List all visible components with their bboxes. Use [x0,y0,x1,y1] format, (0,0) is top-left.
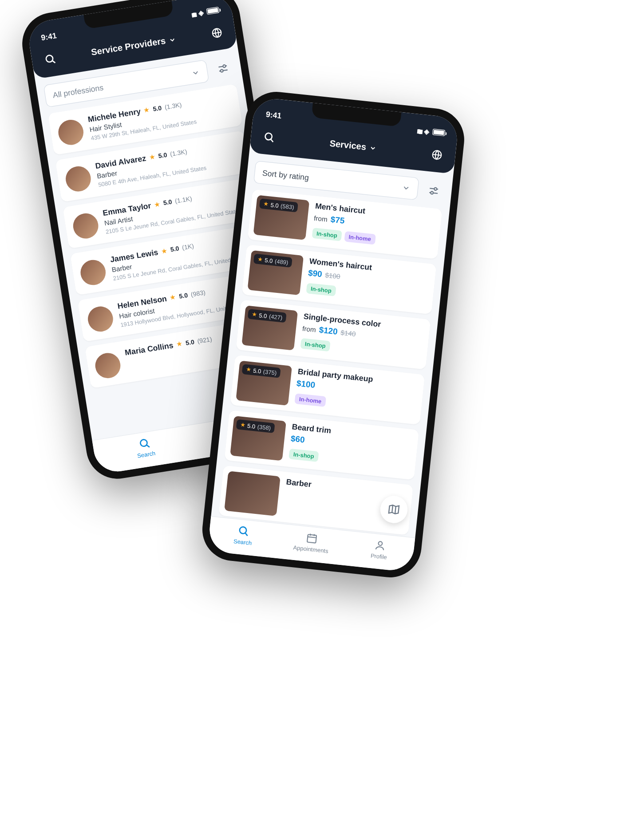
review-count: (358) [257,423,271,431]
price-from-label: from [302,324,316,334]
star-icon: ★ [245,366,251,373]
tag-shop: In-shop [288,449,319,462]
star-icon: ★ [143,106,150,114]
svg-line-24 [395,506,396,513]
price: $100 [296,379,316,390]
rating: 5.0 [270,201,279,209]
search-icon [138,437,151,450]
nav-appointments[interactable]: Appointments [277,529,347,556]
search-icon-button[interactable] [261,129,278,146]
avatar [56,118,85,147]
rating-badge: ★ 5.0 (358) [236,419,275,433]
rating: 5.0 [170,245,180,253]
svg-line-3 [213,32,221,34]
rating: 5.0 [265,257,273,264]
service-thumbnail: ★ 5.0 (489) [247,250,304,296]
star-icon: ★ [161,246,168,255]
search-icon [237,525,250,537]
svg-point-5 [223,64,226,67]
rating: 5.0 [247,422,256,429]
filter-sliders-button[interactable] [422,179,445,202]
price: $120 [319,325,338,337]
review-count: (583) [281,202,295,210]
service-thumbnail: ★ 5.0 (375) [236,361,292,406]
chevron-down-icon [402,183,411,193]
signal-icon [416,126,421,135]
nav-search[interactable]: Search [208,522,278,549]
search-icon-button[interactable] [41,50,59,68]
star-icon: ★ [176,340,183,349]
star-icon: ★ [257,256,263,263]
map-icon [387,502,401,516]
rating: 5.0 [158,151,167,159]
filter-placeholder: All professions [52,83,104,100]
signal-icon [190,9,196,18]
svg-marker-22 [389,505,399,514]
calendar-icon [305,532,318,545]
price: $60 [290,434,305,445]
rating: 5.0 [178,292,188,300]
svg-line-26 [245,533,248,536]
review-count: (921) [197,335,212,345]
service-thumbnail [224,471,281,516]
page-title-dropdown[interactable]: Service Providers [91,34,177,58]
wifi-icon [424,126,430,135]
nav-label: Appointments [293,544,328,554]
avatar [64,165,93,193]
profile-icon [374,539,387,552]
service-thumbnail: ★ 5.0 (427) [241,305,298,351]
rating: 5.0 [163,198,173,206]
service-name: Barber [286,477,407,499]
review-count: (427) [269,313,283,320]
page-title-dropdown[interactable]: Services [329,138,377,154]
price-old: $140 [340,328,356,338]
star-icon: ★ [240,421,245,428]
globe-icon-button[interactable] [208,24,226,42]
svg-line-1 [52,60,55,63]
wifi-icon [198,8,204,17]
rating-badge: ★ 5.0 (583) [259,198,298,212]
rating: 5.0 [253,367,261,374]
sort-label: Sort by rating [262,168,309,182]
review-count: (1.1K) [174,195,193,205]
tag-shop: In-shop [306,283,336,296]
status-icons [190,5,220,18]
filter-sliders-button[interactable] [211,56,235,80]
star-icon: ★ [169,293,177,302]
price: $75 [330,215,345,225]
avatar [94,351,122,380]
globe-icon-button[interactable] [428,146,446,164]
review-count: (1.3K) [164,101,182,111]
star-icon: ★ [263,201,269,208]
rating: 5.0 [185,338,195,347]
battery-icon [432,128,446,136]
review-count: (489) [275,258,289,265]
rating-badge: ★ 5.0 (427) [248,309,287,323]
status-icons [416,126,445,138]
nav-profile[interactable]: Profile [344,536,415,563]
rating-badge: ★ 5.0 (375) [242,364,281,378]
status-time: 9:41 [40,31,57,42]
chevron-down-icon [369,144,377,152]
page-title: Services [329,138,367,153]
price: $90 [308,268,323,279]
review-count: (1.3K) [170,148,188,158]
battery-icon [206,6,219,14]
svg-line-23 [392,505,393,512]
nav-label: Search [233,538,252,546]
svg-point-21 [431,191,433,194]
tag-home: In-home [294,393,326,407]
nav-label: Search [137,450,156,459]
nav-label: Profile [370,553,387,560]
svg-point-19 [434,187,437,190]
avatar [71,211,100,240]
svg-line-17 [433,154,441,155]
star-icon: ★ [148,153,156,162]
provider-name: Maria Collins [124,341,174,357]
service-thumbnail: ★ 5.0 (358) [230,416,286,461]
service-list: ★ 5.0 (583) Men's haircut from $75 In-sh… [218,189,443,537]
svg-line-9 [146,445,149,447]
review-count: (983) [190,288,206,298]
tag-home: In-home [344,231,375,245]
rating: 5.0 [152,104,162,112]
